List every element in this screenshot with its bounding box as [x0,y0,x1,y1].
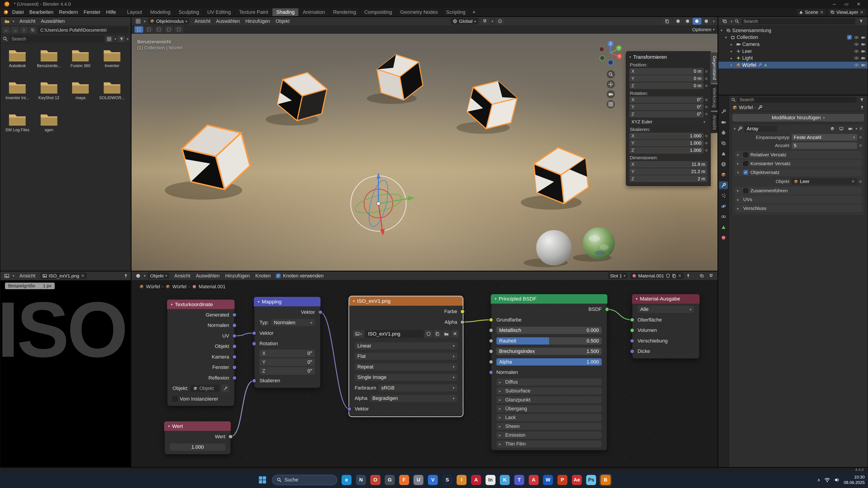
search-input[interactable]: Search [737,97,857,103]
select-tool-button[interactable] [164,26,173,33]
modifier-extras-button[interactable]: ▾ [856,127,857,131]
menu-fenster[interactable]: Fenster [81,8,103,16]
render-camera-icon[interactable] [861,63,866,67]
unlink-icon[interactable]: ✕ [451,330,459,338]
folder-item-xgen[interactable]: xgen [33,110,65,142]
metallisch-slider[interactable]: Metallisch0.000 [496,327,602,334]
workspace-tab-shading[interactable]: Shading [272,8,299,16]
breadcrumb-object[interactable]: Würfel [739,105,753,110]
node-section-thin-film[interactable]: ▸Thin Film [496,441,602,448]
taskbar-app-icon[interactable]: A [528,474,540,486]
scene-selector[interactable]: Scene✕ [797,9,826,15]
single-image-dropdown[interactable]: Single Image▾ [355,374,457,381]
modifier-name-field[interactable]: Array [744,125,777,132]
properties-tab-material[interactable] [719,234,728,241]
taskbar-app-icon[interactable]: W [542,474,554,486]
output-socket[interactable] [232,334,237,338]
open-image-icon[interactable] [442,330,450,338]
sidebar-tab-gegenstand[interactable]: Gegenstand [710,53,717,83]
close-button[interactable]: ✕ [852,0,865,8]
earth-sphere-object[interactable] [583,227,615,259]
brechungsindex-slider[interactable]: Brechungsindex1.500 [496,348,602,355]
node-section-lack[interactable]: ▸Lack [496,414,602,421]
image-selector[interactable]: ISO_exV1.png ✕ [40,272,87,279]
input-socket[interactable] [630,349,634,354]
flat-dropdown[interactable]: Flat▾ [355,353,457,360]
outliner-item-leer[interactable]: ▸Leer [718,48,868,55]
taskbar-search[interactable]: Suche [272,475,337,485]
section-checkbox[interactable] [743,152,748,157]
taskbar-app-icon[interactable]: P [556,474,568,486]
properties-tab-object[interactable] [719,171,728,178]
begradigen-dropdown[interactable]: Begradigen▾ [370,395,457,402]
transform-field-rotation-x[interactable]: X0° [629,96,704,103]
properties-tab-modifier[interactable] [719,182,728,189]
alle-dropdown[interactable]: Alle▾ [638,306,694,313]
editor-type-icon[interactable] [3,272,10,279]
viewlayer-selector[interactable]: ViewLayer✕ [828,9,866,15]
options-menu[interactable]: Optionen▾ [692,27,715,32]
viewport-grid-icon[interactable] [607,100,615,108]
properties-tab-physics[interactable] [719,202,728,210]
viewport-move-icon[interactable] [607,80,615,89]
transform-field-skalieren-x[interactable]: X1.000 [629,133,704,139]
display-realtime-icon[interactable] [838,125,845,132]
node-wert[interactable]: ▾WertWert1.000 [164,422,231,455]
properties-tab-render[interactable] [719,119,728,126]
image-browse-button[interactable]: ▾ [353,330,364,338]
folder-item-benutzerde[interactable]: Benutzerde... [33,46,65,78]
maximize-button[interactable]: ▭ [840,0,852,8]
nav-forward-button[interactable]: → [11,27,19,33]
input-socket[interactable] [252,379,256,383]
srgb-dropdown[interactable]: sRGB▾ [378,384,457,392]
taskbar-app-icon[interactable]: V [427,474,439,486]
image-name-field[interactable]: ISO_exV1.png [365,330,423,338]
search-input[interactable]: Search [9,36,104,42]
taskbar-app-icon[interactable]: F [398,474,410,486]
anzahl-field[interactable]: 5 [792,142,857,149]
menu-rendern[interactable]: Rendern [56,8,81,16]
shield-icon[interactable] [666,273,670,278]
transform-field-dimensionen-y[interactable]: Y21.2 m [629,168,708,175]
alpha-slider[interactable]: Alpha1.000 [496,358,602,365]
select-tool-button[interactable] [145,26,153,33]
output-socket[interactable] [232,323,237,328]
taskbar-app-icon[interactable]: N [355,474,367,486]
decorator-icon[interactable] [705,149,708,152]
properties-tab-data[interactable] [719,223,728,231]
transform-field-skalieren-y[interactable]: Y1.000 [629,140,704,147]
workspace-tab-texture-paint[interactable]: Texture Paint [235,8,272,16]
output-socket[interactable] [232,313,237,317]
taskbar-clock[interactable]: 10:30 08.06.2025 [844,475,865,485]
menu-ansicht[interactable]: Ansicht [17,271,38,280]
filter-icon[interactable] [858,96,865,103]
snap-toggle-icon[interactable] [708,272,715,279]
shader-type-selector[interactable]: Objekt▾ [148,272,169,279]
workspace-tab-compositing[interactable]: Compositing [360,8,396,16]
output-socket[interactable] [232,376,237,380]
taskbar-app-icon[interactable]: A [470,474,482,486]
folder-item-maya[interactable]: maya [65,78,96,110]
volume-icon[interactable] [834,477,840,483]
add-workspace-button[interactable]: + [470,8,478,16]
rauheit-slider[interactable]: Rauheit0.500 [496,337,602,345]
menu-ausw-hlen[interactable]: Auswählen [38,17,68,25]
collapse-icon[interactable]: ▾ [734,127,736,131]
render-camera-icon[interactable] [861,49,866,54]
workspace-tab-uv-editing[interactable]: UV Editing [204,8,235,16]
proportional-edit-toggle[interactable] [495,18,504,24]
input-socket[interactable] [489,339,493,343]
menu-objekt[interactable]: Objekt [273,17,292,25]
add-modifier-button[interactable]: Modifikator hinzufügen▾ [733,114,864,122]
editor-type-icon[interactable] [721,18,728,24]
section-checkbox[interactable]: ✓ [743,170,748,175]
taskbar-app-icon[interactable]: S [441,474,454,486]
input-socket[interactable] [630,339,634,343]
collection-checkbox[interactable]: ✓ [847,35,852,40]
workspace-tab-modeling[interactable]: Modeling [146,8,175,16]
node-header[interactable]: ▾Mapping [254,297,320,306]
copy-icon[interactable] [672,273,676,278]
visibility-eye-icon[interactable] [854,56,859,60]
properties-tab-viewlayer[interactable] [719,139,728,147]
decorator-icon[interactable] [860,144,862,147]
